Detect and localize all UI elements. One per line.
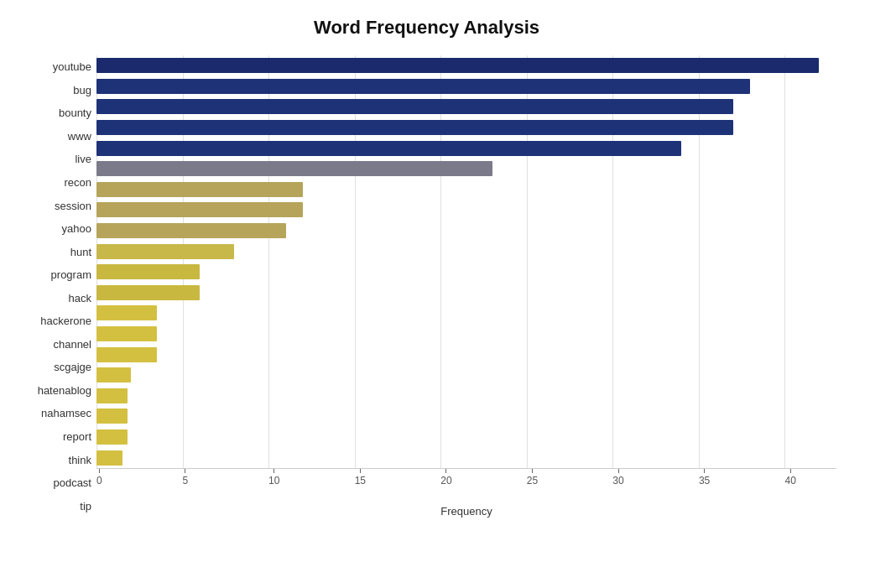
- y-labels: youtubebugbountywwwlivereconsessionyahoo…: [17, 55, 96, 518]
- x-tick-line: [274, 469, 274, 473]
- x-tick-label: 25: [527, 475, 538, 487]
- bars-and-x: 0510152025303540 Frequency: [96, 55, 836, 518]
- x-tick: 5: [183, 469, 189, 487]
- bar-row: [96, 365, 836, 386]
- x-tick-line: [790, 469, 791, 473]
- bar: [96, 450, 122, 466]
- x-tick-label: 35: [699, 475, 710, 487]
- y-label: bug: [73, 85, 91, 96]
- y-label: youtube: [53, 61, 91, 72]
- bar-row: [96, 159, 836, 180]
- y-label: hatenablog: [38, 385, 91, 396]
- bar: [96, 99, 733, 114]
- bar-row: [96, 427, 836, 448]
- x-tick: 40: [784, 469, 795, 487]
- chart-container: Word Frequency Analysis youtubebugbounty…: [0, 0, 870, 588]
- y-label: podcast: [53, 477, 91, 488]
- y-label: think: [69, 455, 91, 466]
- y-label: report: [63, 431, 91, 442]
- bar-row: [96, 262, 836, 283]
- x-tick-label: 5: [183, 475, 189, 487]
- chart-area: youtubebugbountywwwlivereconsessionyahoo…: [17, 55, 836, 518]
- x-tick-line: [445, 469, 446, 473]
- y-label: hack: [69, 293, 91, 304]
- bar-row: [96, 324, 836, 345]
- y-label: channel: [53, 339, 91, 350]
- y-label: tip: [80, 501, 91, 512]
- bar-row: [96, 344, 836, 365]
- bar: [96, 79, 750, 94]
- x-tick-line: [704, 469, 705, 473]
- bar-row: [96, 180, 836, 200]
- bar-row: [96, 55, 836, 76]
- bar-row: [96, 241, 836, 262]
- bar: [96, 347, 157, 362]
- bar-row: [96, 447, 836, 468]
- y-label: hunt: [70, 247, 91, 258]
- bar: [96, 429, 128, 445]
- bar: [96, 305, 157, 320]
- y-label: bounty: [59, 107, 91, 118]
- y-label: yahoo: [62, 223, 91, 234]
- x-tick-label: 30: [612, 475, 623, 487]
- bar-row: [96, 303, 836, 324]
- bar-row: [96, 76, 836, 97]
- bars-area: [96, 55, 836, 468]
- bar-row: [96, 200, 836, 221]
- bar-row: [96, 283, 836, 304]
- bar: [96, 58, 819, 73]
- bar: [96, 264, 200, 279]
- bar: [96, 285, 200, 300]
- bar: [96, 367, 131, 382]
- x-tick-line: [618, 469, 619, 473]
- x-tick-label: 0: [96, 475, 102, 487]
- bar: [96, 182, 303, 197]
- x-axis: 0510152025303540: [96, 468, 836, 502]
- bar: [96, 408, 128, 424]
- x-tick-label: 15: [355, 475, 366, 487]
- bar-row: [96, 221, 836, 242]
- y-label: live: [75, 154, 91, 164]
- x-tick: 30: [612, 469, 623, 487]
- x-tick: 25: [527, 469, 538, 487]
- bar: [96, 223, 286, 238]
- x-tick-line: [185, 469, 185, 473]
- bar: [96, 202, 303, 217]
- bar-row: [96, 386, 836, 407]
- bar-row: [96, 117, 836, 138]
- bar: [96, 141, 681, 156]
- x-tick-label: 20: [440, 475, 451, 487]
- chart-title: Word Frequency Analysis: [17, 17, 836, 39]
- y-label: scgajge: [54, 362, 91, 372]
- x-tick: 35: [699, 469, 710, 487]
- bar: [96, 244, 234, 259]
- bar: [96, 388, 128, 403]
- bar: [96, 326, 157, 341]
- x-tick-line: [360, 469, 361, 473]
- x-tick: 20: [440, 469, 451, 487]
- x-tick-label: 40: [784, 475, 795, 487]
- y-label: recon: [64, 177, 91, 188]
- bar-row: [96, 138, 836, 159]
- x-tick-label: 10: [268, 475, 279, 487]
- y-label: session: [55, 200, 91, 211]
- x-tick-line: [532, 469, 533, 473]
- y-label: program: [51, 269, 91, 280]
- x-tick: 0: [96, 469, 102, 487]
- x-tick: 10: [268, 469, 279, 487]
- y-label: www: [68, 131, 91, 142]
- y-label: hackerone: [40, 315, 91, 326]
- x-tick: 15: [355, 469, 366, 487]
- bar: [96, 161, 492, 176]
- bar-row: [96, 406, 836, 427]
- y-label: nahamsec: [41, 408, 91, 419]
- bar-row: [96, 96, 836, 117]
- x-tick-line: [99, 469, 100, 473]
- x-axis-title: Frequency: [96, 505, 836, 518]
- bar: [96, 120, 733, 135]
